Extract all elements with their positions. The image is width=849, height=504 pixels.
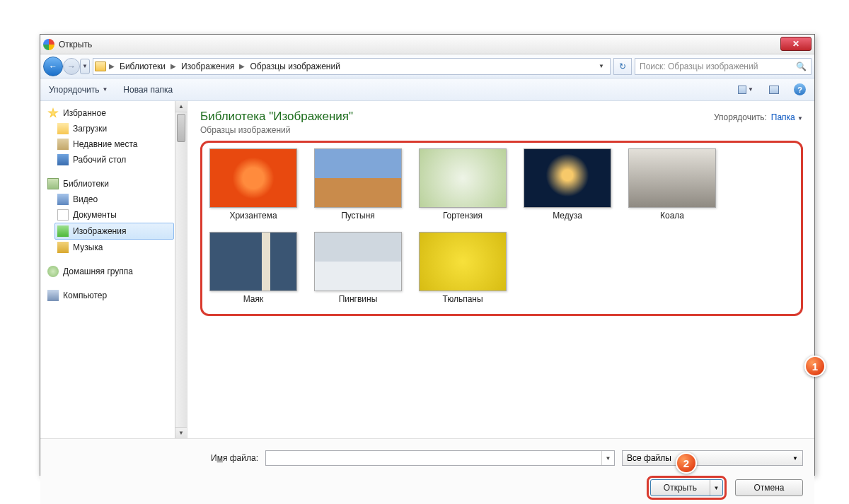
refresh-button[interactable]: ↻ — [613, 58, 632, 75]
open-button[interactable]: Открыть ▼ — [650, 479, 723, 496]
file-lighthouse[interactable]: Маяк — [208, 232, 299, 304]
refresh-icon: ↻ — [619, 61, 626, 71]
chevron-right-icon: ▶ — [239, 62, 245, 70]
breadcrumb-images[interactable]: Изображения — [179, 60, 236, 73]
arrow-right-icon: → — [67, 61, 76, 71]
annotation-marker-2: 2 — [676, 452, 697, 474]
thumbnail-image — [628, 148, 716, 208]
search-icon: 🔍 — [796, 61, 807, 71]
library-subtitle: Образцы изображений — [200, 125, 353, 135]
sidebar-documents[interactable]: Документы — [40, 207, 187, 223]
chrome-icon — [43, 39, 54, 50]
thumbnail-image — [209, 232, 297, 291]
search-input[interactable]: Поиск: Образцы изображений 🔍 — [635, 58, 812, 75]
content-pane: Библиотека "Изображения" Образцы изображ… — [187, 101, 814, 438]
library-icon — [47, 178, 59, 189]
breadcrumb-libraries[interactable]: Библиотеки — [117, 60, 168, 73]
thumbnail-image — [419, 232, 507, 291]
images-icon — [57, 225, 69, 237]
scroll-down-icon[interactable]: ▼ — [175, 427, 187, 438]
preview-pane-button[interactable] — [766, 82, 782, 98]
chevron-down-icon: ▼ — [748, 86, 753, 93]
close-button[interactable]: ✕ — [780, 37, 812, 51]
sidebar-scrollbar[interactable]: ▲ ▼ — [175, 101, 187, 438]
music-icon — [57, 242, 69, 253]
desktop-icon — [57, 154, 69, 165]
nav-history-drop[interactable]: ▼ — [80, 59, 90, 74]
gallery-highlight: Хризантема Пустыня Гортензия Медуза — [200, 141, 803, 316]
file-desert[interactable]: Пустыня — [313, 148, 403, 221]
window-title: Открыть — [59, 40, 92, 49]
thumbnail-image — [314, 148, 402, 208]
sidebar-recent[interactable]: Недавние места — [40, 136, 187, 152]
nav-forward-button[interactable]: → — [63, 58, 80, 75]
computer-icon — [47, 290, 59, 301]
file-koala[interactable]: Коала — [627, 148, 717, 221]
sidebar-video[interactable]: Видео — [40, 192, 187, 207]
thumbnail-image — [419, 148, 507, 208]
dialog-footer: Имя файла: ▼ Все файлы ▼ Открыть ▼ Отмен… — [40, 438, 814, 504]
address-bar[interactable]: ▶ Библиотеки ▶ Изображения ▶ Образцы изо… — [93, 58, 611, 75]
sidebar: Избранное Загрузки Недавние места Рабочи… — [40, 101, 187, 438]
open-button-highlight: Открыть ▼ — [647, 476, 727, 500]
help-button[interactable]: ? — [794, 83, 806, 95]
thumbnail-grid: Хризантема Пустыня Гортензия Медуза — [208, 148, 795, 304]
filetype-select[interactable]: Все файлы ▼ — [622, 450, 803, 466]
organize-menu[interactable]: Упорядочить ▼ — [49, 85, 108, 95]
open-file-dialog: Открыть ✕ ← → ▼ ▶ Библиотеки ▶ Изображен… — [40, 34, 815, 476]
filename-label: Имя файла: — [52, 453, 258, 463]
titlebar: Открыть ✕ — [40, 35, 814, 54]
file-hydrangea[interactable]: Гортензия — [417, 148, 508, 221]
sidebar-favorites[interactable]: Избранное — [40, 105, 187, 121]
breadcrumb-samples[interactable]: Образцы изображений — [248, 60, 342, 73]
folder-icon — [95, 61, 106, 71]
file-chrysanthemum[interactable]: Хризантема — [208, 148, 299, 221]
chevron-down-icon: ▼ — [102, 86, 108, 93]
scroll-thumb[interactable] — [177, 114, 185, 142]
documents-icon — [57, 209, 69, 221]
sort-label: Упорядочить: — [714, 112, 767, 122]
navigation-bar: ← → ▼ ▶ Библиотеки ▶ Изображения ▶ Образ… — [40, 54, 814, 78]
chevron-right-icon: ▶ — [109, 62, 115, 70]
toolbar: Упорядочить ▼ Новая папка ▼ ? — [40, 78, 814, 101]
file-jellyfish[interactable]: Медуза — [522, 148, 613, 221]
recent-icon — [57, 139, 69, 150]
sidebar-computer[interactable]: Компьютер — [40, 288, 187, 303]
search-placeholder: Поиск: Образцы изображений — [640, 61, 758, 71]
sidebar-desktop[interactable]: Рабочий стол — [40, 152, 187, 168]
chevron-down-icon: ▼ — [792, 455, 798, 462]
address-drop-icon[interactable]: ▼ — [594, 63, 608, 69]
library-title: Библиотека "Изображения" — [200, 110, 353, 124]
open-split-drop[interactable]: ▼ — [710, 480, 722, 496]
sidebar-downloads[interactable]: Загрузки — [40, 121, 187, 136]
chevron-down-icon: ▼ — [797, 115, 803, 122]
close-icon: ✕ — [792, 39, 799, 49]
filename-input[interactable]: ▼ — [265, 450, 615, 466]
new-folder-button[interactable]: Новая папка — [123, 85, 173, 95]
chevron-right-icon: ▶ — [171, 62, 176, 70]
sidebar-images[interactable]: Изображения — [54, 223, 174, 240]
sidebar-libraries[interactable]: Библиотеки — [40, 176, 187, 192]
thumbnail-image — [314, 232, 402, 291]
sort-value-link[interactable]: Папка ▼ — [771, 112, 803, 122]
file-penguins[interactable]: Пингвины — [313, 232, 403, 304]
cancel-button[interactable]: Отмена — [735, 479, 803, 496]
sidebar-music[interactable]: Музыка — [40, 240, 187, 255]
downloads-icon — [57, 123, 69, 134]
view-icon — [738, 86, 746, 94]
video-icon — [57, 194, 69, 205]
thumbnail-image — [209, 148, 297, 208]
file-tulips[interactable]: Тюльпаны — [417, 232, 508, 304]
sidebar-homegroup[interactable]: Домашняя группа — [40, 264, 187, 279]
annotation-marker-1: 1 — [804, 356, 826, 377]
pane-icon — [769, 86, 779, 94]
nav-back-button[interactable]: ← — [43, 57, 63, 76]
thumbnail-image — [524, 148, 611, 208]
view-mode-button[interactable]: ▼ — [737, 82, 754, 98]
scroll-up-icon[interactable]: ▲ — [175, 101, 187, 112]
star-icon — [47, 107, 59, 119]
filename-drop[interactable]: ▼ — [601, 451, 614, 465]
arrow-left-icon: ← — [49, 61, 57, 71]
homegroup-icon — [47, 266, 59, 277]
